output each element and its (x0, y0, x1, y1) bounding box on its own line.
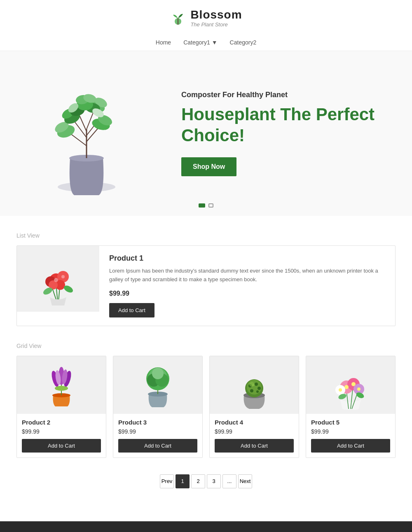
product2-card: Product 2 $99.99 Add to Cart (16, 356, 106, 458)
svg-point-34 (54, 278, 58, 282)
nav-category1[interactable]: Category1 ▼ (183, 39, 217, 46)
svg-point-35 (61, 275, 65, 278)
product5-add-to-cart[interactable]: Add to Cart (311, 439, 390, 453)
product4-add-to-cart[interactable]: Add to Cart (215, 439, 294, 453)
product5-price: $99.99 (311, 428, 390, 435)
svg-point-52 (152, 368, 164, 379)
site-header: Blossom The Plant Store Home Category1 ▼… (0, 0, 412, 51)
logo-subtitle: The Plant Store (190, 21, 242, 28)
svg-line-5 (70, 133, 87, 146)
product1-image-svg (33, 252, 83, 306)
main-content: List View (8, 216, 404, 521)
product1-add-to-cart[interactable]: Add to Cart (109, 303, 154, 317)
product5-name: Product 5 (311, 419, 390, 426)
hero-plant-image (0, 55, 157, 212)
hero-content: Composter For Healthy Planet Houseplant … (157, 74, 412, 193)
list-view-label: List View (16, 232, 396, 239)
product3-info: Product 3 $99.99 Add to Cart (113, 414, 202, 457)
product1-image (17, 246, 99, 312)
product2-name: Product 2 (22, 419, 101, 426)
product1-info: Product 1 Lorem Ipsum has been the indus… (99, 246, 395, 326)
logo-icon (170, 10, 186, 26)
product5-image (306, 356, 395, 414)
product5-info: Product 5 $99.99 Add to Cart (306, 414, 395, 457)
product4-info: Product 4 $99.99 Add to Cart (210, 414, 299, 457)
pagination-page-1[interactable]: 1 (176, 474, 190, 488)
site-footer: Joomla Template Designed With TemplateTo… (0, 521, 412, 532)
svg-line-7 (74, 121, 87, 138)
svg-point-59 (250, 389, 253, 392)
hero-subtitle: Composter For Healthy Planet (181, 91, 387, 99)
product2-info: Product 2 $99.99 Add to Cart (17, 414, 106, 457)
product2-add-to-cart[interactable]: Add to Cart (22, 439, 101, 453)
product3-name: Product 3 (118, 419, 197, 426)
nav-category2[interactable]: Category2 (230, 39, 257, 46)
svg-point-60 (256, 390, 259, 393)
product3-card: Product 3 $99.99 Add to Cart (113, 356, 203, 458)
svg-point-68 (344, 385, 349, 389)
grid-view-label: Grid View (16, 343, 396, 349)
pagination-page-3[interactable]: 3 (207, 474, 221, 488)
svg-point-58 (258, 387, 261, 390)
main-nav: Home Category1 ▼ Category2 (156, 34, 256, 51)
logo: Blossom The Plant Store (170, 8, 242, 28)
hero-title: Houseplant The Perfect Choice! (181, 104, 387, 146)
svg-line-6 (87, 127, 99, 142)
grid-view-container: Product 2 $99.99 Add to Cart (16, 356, 396, 458)
product4-image (210, 356, 299, 414)
carousel-dot-2[interactable] (208, 203, 213, 208)
hero-carousel-dots (199, 203, 213, 208)
product4-name: Product 4 (215, 419, 294, 426)
list-view-container: Product 1 Lorem Ipsum has been the indus… (16, 245, 396, 326)
product1-name: Product 1 (109, 254, 385, 263)
product4-price: $99.99 (215, 428, 294, 435)
plant-illustration (29, 63, 144, 203)
product3-add-to-cart[interactable]: Add to Cart (118, 439, 197, 453)
pagination-next[interactable]: Next (238, 474, 252, 488)
chevron-down-icon: ▼ (212, 39, 218, 46)
product2-image (17, 356, 106, 414)
product1-price: $99.99 (109, 290, 385, 297)
product4-card: Product 4 $99.99 Add to Cart (209, 356, 299, 458)
logo-title: Blossom (190, 8, 242, 21)
nav-home[interactable]: Home (156, 39, 171, 46)
svg-point-57 (255, 383, 258, 386)
shop-now-button[interactable]: Shop Now (181, 157, 236, 176)
hero-banner: Composter For Healthy Planet Houseplant … (0, 51, 412, 216)
svg-point-45 (55, 386, 68, 391)
product1-desc: Lorem Ipsum has been the industry's stan… (109, 267, 385, 284)
product3-price: $99.99 (118, 428, 197, 435)
pagination-prev[interactable]: Prev (160, 474, 174, 488)
product3-image (113, 356, 202, 414)
logo-text: Blossom The Plant Store (190, 8, 242, 28)
svg-point-62 (249, 382, 254, 387)
pagination-page-2[interactable]: 2 (191, 474, 205, 488)
svg-point-73 (339, 388, 342, 392)
svg-point-71 (357, 387, 360, 391)
carousel-dot-1[interactable] (199, 203, 205, 208)
pagination-ellipsis: ... (222, 474, 236, 488)
pagination: Prev 1 2 3 ... Next (16, 474, 396, 488)
product5-card: Product 5 $99.99 Add to Cart (306, 356, 396, 458)
product2-price: $99.99 (22, 428, 101, 435)
